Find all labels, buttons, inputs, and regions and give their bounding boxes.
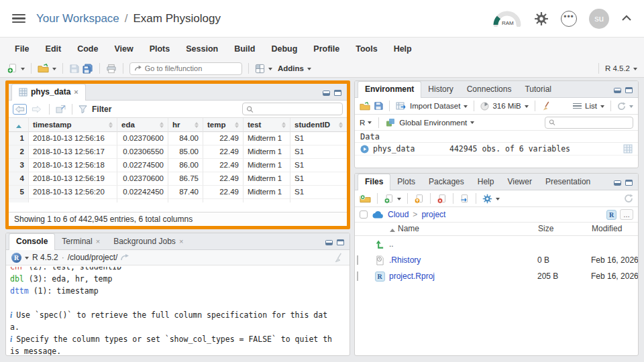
copy-file-icon[interactable] [460, 194, 470, 204]
minimize-pane-icon[interactable] [323, 90, 330, 96]
delete-file-icon[interactable] [437, 194, 447, 204]
close-tab-icon[interactable]: × [179, 237, 183, 245]
load-workspace-icon[interactable] [360, 102, 370, 111]
new-file-icon[interactable] [7, 63, 17, 74]
addins-menu[interactable]: Addins [278, 64, 311, 72]
menu-edit[interactable]: Edit [46, 44, 62, 54]
col-header-eda[interactable]: eda [117, 118, 168, 132]
filter-icon[interactable] [78, 105, 87, 113]
save-all-icon[interactable] [83, 64, 93, 74]
file-link[interactable]: project.Rproj [389, 272, 435, 281]
close-tab-icon[interactable]: × [96, 237, 100, 245]
list-view-label[interactable]: List [585, 102, 597, 110]
more-files-button[interactable]: … [620, 209, 633, 220]
r-project-icon[interactable]: R [606, 210, 616, 220]
save-icon[interactable] [69, 64, 79, 74]
settings-gear-icon[interactable] [534, 11, 549, 26]
import-dataset-label[interactable]: Import Dataset [410, 102, 460, 110]
tab-plots[interactable]: Plots [390, 174, 422, 190]
tab-packages[interactable]: Packages [422, 174, 471, 190]
select-all-checkbox[interactable] [360, 210, 368, 219]
table-row[interactable]: 3 2018-10-13 12:56:18 0.02274500 86.00 2… [9, 159, 347, 172]
menu-build[interactable]: Build [234, 44, 255, 54]
tab-help[interactable]: Help [471, 174, 501, 190]
file-link[interactable]: .Rhistory [389, 255, 421, 265]
col-header-rownum[interactable] [9, 118, 29, 132]
table-row[interactable]: 1 2018-10-13 12:56:16 0.02370600 84.00 2… [9, 132, 347, 145]
maximize-pane-icon[interactable] [625, 180, 633, 186]
breadcrumb-cloud-link[interactable]: Cloud [388, 210, 409, 219]
clear-console-broom-icon[interactable] [334, 253, 344, 263]
file-checkbox[interactable] [357, 272, 358, 281]
r-session-caret[interactable] [25, 257, 29, 261]
menu-file[interactable]: File [15, 44, 30, 54]
environment-search-input[interactable] [558, 119, 629, 127]
list-view-icon[interactable] [573, 103, 582, 109]
environment-search-box[interactable] [545, 117, 633, 129]
up-directory-icon[interactable] [372, 240, 387, 249]
table-search-input[interactable] [256, 105, 339, 113]
menu-session[interactable]: Session [186, 44, 218, 54]
tab-connections[interactable]: Connections [460, 82, 519, 97]
environment-scope-selector[interactable]: Global Environment [399, 119, 474, 127]
tab-history[interactable]: History [421, 82, 460, 97]
goto-file-search[interactable] [129, 62, 242, 75]
open-directory-arrow-icon[interactable] [121, 254, 129, 261]
tab-tutorial[interactable]: Tutorial [518, 82, 558, 97]
refresh-files-icon[interactable] [624, 194, 633, 203]
tab-phys-data[interactable]: phys_data × [11, 84, 86, 101]
new-blank-file-caret[interactable] [397, 198, 401, 202]
file-row[interactable]: .Rhistory 0 B Feb 16, 2026, 1 [355, 252, 638, 268]
breadcrumb-project-link[interactable]: project [421, 210, 445, 219]
import-dataset-icon[interactable] [396, 101, 407, 111]
menu-profile[interactable]: Profile [313, 44, 339, 54]
nav-back-icon[interactable] [13, 104, 27, 115]
table-row[interactable]: 4 2018-10-13 12:56:19 0.02370600 86.75 2… [9, 172, 347, 186]
col-header-timestamp[interactable]: timestamp [29, 118, 117, 132]
menu-tools[interactable]: Tools [356, 44, 377, 54]
hamburger-menu-icon[interactable] [12, 14, 25, 23]
new-blank-file-icon[interactable] [384, 194, 394, 204]
open-in-window-icon[interactable] [56, 105, 66, 113]
tab-environment[interactable]: Environment [358, 81, 421, 98]
files-col-name[interactable]: Name [387, 224, 535, 233]
col-header-studentID[interactable]: studentID [290, 118, 347, 132]
refresh-caret[interactable] [629, 105, 633, 110]
col-header-test[interactable]: test [244, 118, 290, 132]
minimize-pane-icon[interactable] [325, 240, 333, 245]
tab-console[interactable]: Console [9, 233, 55, 250]
clear-environment-broom-icon[interactable] [541, 101, 551, 111]
table-search-box[interactable] [242, 103, 343, 115]
filter-label[interactable]: Filter [92, 105, 111, 114]
refresh-icon[interactable] [617, 102, 626, 111]
file-row[interactable]: R project.Rproj 205 B Feb 16, 2026, 1 [355, 268, 638, 284]
tab-files[interactable]: Files [358, 174, 390, 190]
col-header-temp[interactable]: temp [203, 118, 244, 132]
goto-file-input[interactable] [145, 64, 237, 72]
workspace-link[interactable]: Your Workspace [36, 12, 119, 25]
memory-usage-label[interactable]: 316 MiB [492, 102, 521, 110]
r-version-selector[interactable]: R 4.5.2 [605, 64, 637, 72]
print-icon[interactable] [106, 64, 117, 74]
new-file-dropdown-caret[interactable] [21, 68, 25, 72]
menu-plots[interactable]: Plots [150, 44, 170, 54]
menu-help[interactable]: Help [394, 44, 412, 54]
table-row[interactable]: 5 2018-10-13 12:56:20 0.02242450 87.40 2… [9, 186, 347, 199]
files-col-modified[interactable]: Modified [589, 224, 638, 233]
minimize-pane-icon[interactable] [614, 88, 621, 93]
collapse-header-chevron-icon[interactable] [621, 15, 632, 22]
expand-object-icon[interactable] [360, 145, 369, 154]
language-selector[interactable]: R [360, 119, 372, 127]
files-more-gear-icon[interactable] [482, 194, 492, 204]
tab-terminal[interactable]: Terminal× [55, 234, 107, 249]
maximize-pane-icon[interactable] [337, 239, 344, 245]
panes-dropdown-caret[interactable] [268, 68, 272, 72]
menu-code[interactable]: Code [77, 44, 98, 54]
tab-presentation[interactable]: Presentation [539, 174, 597, 190]
new-folder-icon[interactable] [360, 194, 371, 203]
maximize-pane-icon[interactable] [625, 87, 633, 93]
close-tab-icon[interactable]: × [74, 88, 78, 96]
col-header-hr[interactable]: hr [168, 118, 203, 132]
maximize-pane-icon[interactable] [334, 90, 341, 96]
memory-caret[interactable] [525, 105, 529, 110]
